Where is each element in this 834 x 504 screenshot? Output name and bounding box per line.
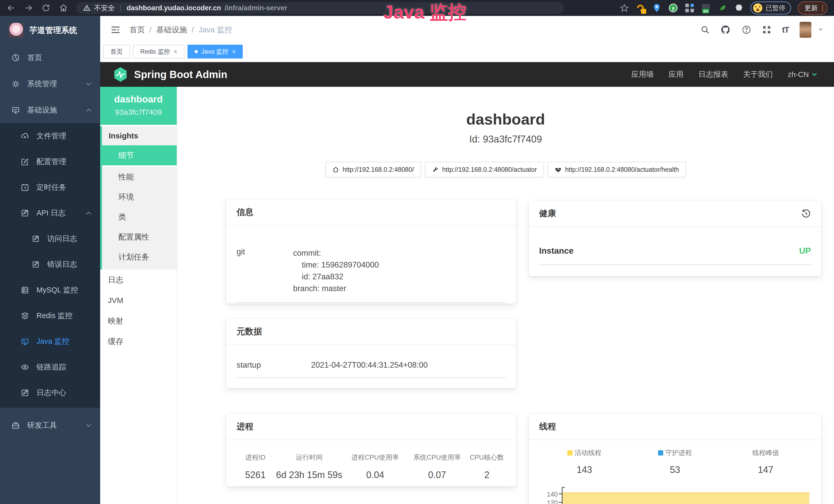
peak-threads-value: 147 — [720, 464, 811, 475]
tab-redis-monitor[interactable]: Redis 监控 × — [133, 45, 184, 59]
card-metadata-title: 元数据 — [226, 319, 516, 345]
log-edit-icon — [21, 209, 29, 217]
sba-menu-metrics[interactable]: 性能 — [102, 167, 177, 187]
sba-instance-block[interactable]: dashboard 93a3fc7f7409 — [100, 87, 177, 125]
bookmark-star-icon[interactable] — [620, 4, 629, 12]
fullscreen-icon[interactable] — [762, 25, 771, 35]
pencil-square-icon — [21, 389, 29, 397]
update-label: 更新 — [805, 4, 818, 13]
extension-grid-icon[interactable] — [685, 3, 695, 13]
search-icon[interactable] — [700, 25, 710, 35]
breadcrumb: 首页 / 基础设施 / Java 监控 — [129, 25, 232, 35]
avatar-caret-icon[interactable] — [818, 28, 823, 31]
profile-paused-pill[interactable]: 已暂停 — [750, 2, 791, 15]
layers-icon — [21, 312, 29, 320]
card-threads: 线程 活动线程 143 守护进程 53 — [529, 413, 821, 504]
extension-colorzilla-icon[interactable]: 1 — [635, 3, 645, 13]
java-monitor-icon — [21, 337, 29, 346]
sba-nav-journal[interactable]: 日志报表 — [698, 69, 728, 79]
daemon-threads-value: 53 — [630, 464, 721, 475]
app-title: 芋道管理系统 — [29, 25, 77, 36]
sidebar-item-trace[interactable]: 链路追踪 — [0, 354, 100, 380]
hamburger-icon[interactable] — [110, 25, 121, 34]
card-info-title: 信息 — [226, 199, 516, 226]
sba-brand[interactable]: Spring Boot Admin — [113, 67, 227, 82]
sidebar-item-api-log[interactable]: API 日志 — [0, 200, 100, 226]
avatar[interactable] — [799, 22, 811, 38]
app-logo-row[interactable]: 芋道管理系统 — [0, 16, 100, 45]
instance-name: dashboard — [100, 94, 177, 105]
sba-menu-mappings[interactable]: 映射 — [100, 311, 177, 331]
sidebar-item-home[interactable]: 首页 — [0, 45, 100, 71]
address-bar[interactable]: 不安全 dashboard.yudao.iocoder.cn/infra/adm… — [76, 2, 564, 14]
browser-menu-icon[interactable] — [822, 5, 823, 11]
breadcrumb-infra[interactable]: 基础设施 — [156, 25, 187, 35]
startup-label: startup — [237, 361, 311, 370]
sidebar-item-config[interactable]: 配置管理 — [0, 149, 100, 175]
font-size-icon[interactable]: tT — [782, 25, 789, 35]
extension-pin-icon[interactable] — [652, 3, 662, 13]
service-url-button[interactable]: http://192.168.0.2:48080/ — [325, 162, 421, 177]
health-url-button[interactable]: http://192.168.0.2:48080/actuator/health — [548, 162, 686, 177]
sba-menu-logs[interactable]: 日志 — [100, 270, 177, 290]
breadcrumb-home[interactable]: 首页 — [129, 25, 145, 35]
sidebar-item-log-center[interactable]: 日志中心 — [0, 380, 100, 406]
active-dot — [195, 50, 198, 53]
chrome-update-button[interactable]: 更新 — [798, 2, 827, 15]
sidebar-item-redis[interactable]: Redis 监控 — [0, 303, 100, 329]
sba-menu-caches[interactable]: 缓存 — [100, 331, 177, 352]
active-threads-area — [563, 492, 809, 504]
extension-switch-on-icon[interactable]: on — [701, 3, 711, 13]
tab-home[interactable]: 首页 — [103, 45, 130, 59]
card-info: 信息 git commit: time: 1596289704000 id: 2… — [226, 199, 516, 304]
sba-nav-about[interactable]: 关于我们 — [743, 69, 773, 79]
github-icon[interactable] — [721, 25, 731, 35]
sidebar-item-access-log[interactable]: 访问日志 — [0, 226, 100, 252]
history-icon[interactable] — [801, 209, 811, 219]
sidebar-item-java-monitor[interactable]: Java 监控 — [0, 329, 100, 354]
sidebar-item-devtools[interactable]: 研发工具 — [0, 412, 100, 438]
reload-icon[interactable] — [42, 4, 50, 12]
close-icon[interactable]: × — [174, 48, 177, 55]
sidebar-item-mysql[interactable]: MySQL 监控 — [0, 277, 100, 303]
help-icon[interactable] — [742, 25, 751, 35]
sidebar-item-job[interactable]: 定时任务 — [0, 175, 100, 200]
sidebar-item-error-log[interactable]: 错误日志 — [0, 252, 100, 277]
sba-menu-scheduled-tasks[interactable]: 计划任务 — [102, 247, 177, 267]
clock-icon — [21, 183, 29, 191]
status-badge: UP — [799, 246, 811, 256]
extensions-puzzle-icon[interactable] — [734, 3, 744, 13]
extension-leaf-icon[interactable] — [718, 3, 727, 13]
sba-menu-environment[interactable]: 环境 — [102, 187, 177, 207]
sba-nav-applications[interactable]: 应用 — [668, 69, 683, 79]
gear-icon — [11, 80, 20, 88]
sba-menu-classes[interactable]: 类 — [102, 207, 177, 227]
extension-y-icon[interactable]: y — [668, 3, 678, 13]
eye-icon — [21, 363, 29, 371]
chevron-down-icon — [86, 82, 91, 86]
process-table: 进程ID5261 运行时间6d 23h 15m 59s 进程CPU使用率0.04… — [237, 449, 506, 480]
actuator-url-button[interactable]: http://192.168.0.2:48080/actuator — [425, 162, 544, 177]
sidebar-item-file[interactable]: 文件管理 — [0, 123, 100, 149]
sba-language-select[interactable]: zh-CN — [788, 70, 817, 79]
breadcrumb-current: Java 监控 — [199, 25, 233, 35]
metadata-startup-row: startup 2021-04-27T00:44:31.254+08:00 — [237, 361, 506, 378]
close-icon[interactable]: × — [232, 48, 236, 55]
back-icon[interactable] — [7, 4, 16, 12]
home-icon[interactable] — [59, 4, 68, 12]
sba-menu-jvm[interactable]: JVM — [100, 290, 177, 311]
database-icon — [21, 286, 29, 294]
sba-nav-wallboard[interactable]: 应用墙 — [631, 69, 654, 79]
home-icon — [332, 166, 339, 173]
sidebar-item-infra[interactable]: 基础设施 — [0, 97, 100, 123]
health-instance-label: Instance — [539, 246, 574, 256]
edit-square-icon — [21, 158, 29, 166]
sidebar-item-system[interactable]: 系统管理 — [0, 71, 100, 97]
forward-icon[interactable] — [24, 4, 33, 12]
sba-menu-details[interactable]: 细节 — [102, 145, 177, 165]
card-process: 进程 进程ID5261 运行时间6d 23h 15m 59s 进程CPU使用率0… — [226, 413, 516, 486]
app-logo — [9, 23, 24, 38]
tab-java-monitor[interactable]: Java 监控 × — [188, 45, 243, 59]
address-divider — [120, 5, 121, 11]
sba-menu-config-props[interactable]: 配置属性 — [102, 227, 177, 247]
